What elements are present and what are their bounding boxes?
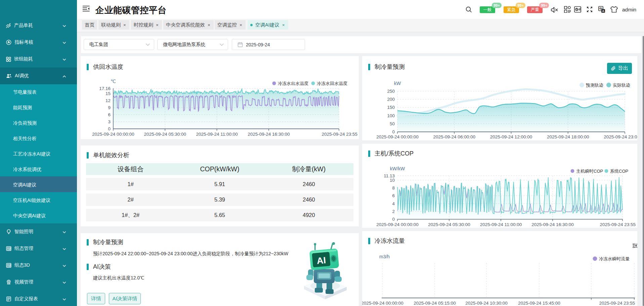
svg-text:2025-09-24 23:00:00: 2025-09-24 23:00:00: [604, 134, 637, 139]
svg-text:2025-09-24 23:55: 2025-09-24 23:55: [600, 222, 636, 227]
svg-text:250: 250: [387, 89, 395, 94]
svg-text:2025-09-24 15:45:00: 2025-09-24 15:45:00: [518, 301, 560, 306]
svg-text:主机瞬时COP: 主机瞬时COP: [576, 169, 603, 174]
svg-text:℃: ℃: [111, 79, 116, 84]
svg-text:A: A: [602, 9, 604, 13]
svg-text:12: 12: [105, 98, 111, 103]
svg-text:2025-09-24 23:55: 2025-09-24 23:55: [321, 132, 357, 137]
svg-text:2025-09-24 11:00:00: 2025-09-24 11:00:00: [196, 132, 238, 137]
svg-text:2025-09-24 12:00:00: 2025-09-24 12:00:00: [490, 134, 532, 139]
svg-text:17.16: 17.16: [99, 86, 111, 91]
svg-text:2025-09-24 05:15:00: 2025-09-24 05:15:00: [414, 301, 456, 306]
svg-text:15: 15: [105, 91, 111, 96]
svg-text:2025-09-24 10:30:00: 2025-09-24 10:30:00: [465, 301, 507, 306]
svg-text:系统COP: 系统COP: [610, 169, 628, 174]
svg-text:2025-09-24 18:00:00: 2025-09-24 18:00:00: [547, 134, 589, 139]
svg-text:2025-09-24 11:00:00: 2025-09-24 11:00:00: [480, 222, 522, 227]
svg-text:AI: AI: [316, 255, 327, 266]
svg-text:冷冻水瞬时流量: 冷冻水瞬时流量: [599, 256, 630, 261]
svg-text:2025-09-24 00:00:00: 2025-09-24 00:00:00: [376, 134, 418, 139]
svg-text:2025-09-24 06:00:00: 2025-09-24 06:00:00: [433, 134, 475, 139]
svg-text:3: 3: [108, 119, 111, 124]
svg-text:实际轨迹: 实际轨迹: [613, 83, 630, 88]
svg-text:0: 0: [108, 126, 111, 131]
svg-text:2025-09-24 16:30:00: 2025-09-24 16:30:00: [531, 222, 573, 227]
svg-text:预测轨迹: 预测轨迹: [586, 83, 603, 88]
svg-text:冷冻水回水温度: 冷冻水回水温度: [317, 81, 347, 86]
svg-text:2025-09-24 00:00:00: 2025-09-24 00:00:00: [362, 301, 403, 306]
svg-text:kW/kW: kW/kW: [390, 166, 405, 171]
svg-text:2025-09-24 05:30:00: 2025-09-24 05:30:00: [428, 222, 470, 227]
svg-text:2025-09-24 00:00:00: 2025-09-24 00:00:00: [376, 222, 418, 227]
svg-text:0: 0: [392, 217, 395, 222]
svg-text:6: 6: [108, 112, 111, 117]
svg-text:2025-09-24 16:30:00: 2025-09-24 16:30:00: [248, 132, 290, 137]
svg-text:2025-09-24 23:55: 2025-09-24 23:55: [599, 301, 635, 306]
svg-text:50: 50: [390, 121, 395, 126]
svg-text:8: 8: [392, 185, 395, 190]
svg-text:200: 200: [387, 97, 395, 102]
svg-text:4: 4: [392, 201, 395, 206]
svg-text:2: 2: [392, 209, 395, 214]
svg-text:10: 10: [390, 178, 395, 183]
svg-text:2025-09-24 00:00:00: 2025-09-24 00:00:00: [92, 132, 134, 137]
svg-text:kW: kW: [394, 81, 401, 86]
svg-text:m3/h: m3/h: [379, 254, 390, 259]
svg-text:9: 9: [108, 105, 111, 110]
svg-text:6: 6: [392, 193, 395, 198]
svg-text:0: 0: [392, 129, 395, 134]
svg-text:100: 100: [387, 113, 395, 118]
svg-text:150: 150: [387, 105, 395, 110]
svg-text:2025-09-24 05:30:00: 2025-09-24 05:30:00: [144, 132, 186, 137]
svg-text:冷冻水出水温度: 冷冻水出水温度: [278, 81, 308, 86]
